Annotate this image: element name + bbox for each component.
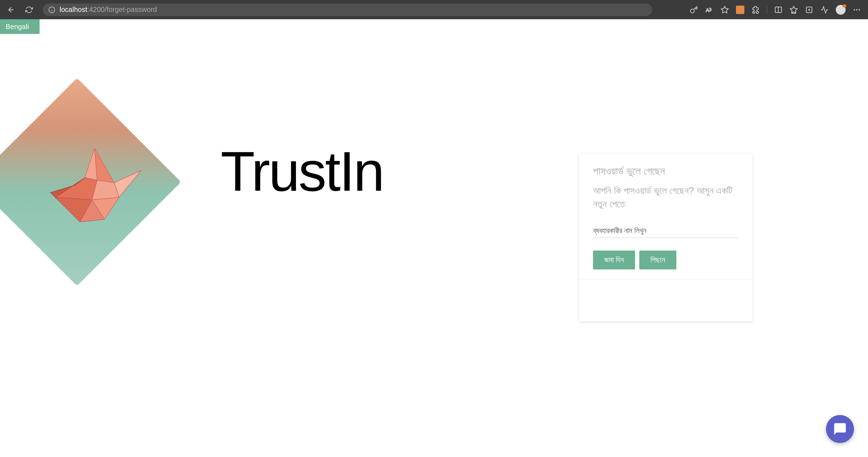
logo-area: TrustIn bbox=[0, 79, 383, 285]
svg-marker-8 bbox=[790, 6, 797, 13]
favorite-icon[interactable] bbox=[721, 6, 729, 14]
address-bar[interactable]: localhost:4200/forget-password bbox=[43, 3, 652, 16]
chat-widget-button[interactable] bbox=[826, 415, 854, 443]
svg-marker-5 bbox=[721, 6, 728, 13]
url-host: localhost bbox=[60, 6, 87, 13]
svg-marker-20 bbox=[114, 170, 141, 197]
url-path: :4200/forget-password bbox=[87, 6, 157, 13]
separator bbox=[767, 6, 767, 14]
language-selector[interactable]: Bengali bbox=[0, 19, 40, 34]
card-subtitle: আপনি কি পাসওয়ার্ড ভুলে গেছেন? আসুন একটি… bbox=[593, 184, 738, 211]
username-input[interactable] bbox=[593, 224, 738, 238]
favorites-list-icon[interactable] bbox=[790, 6, 798, 14]
button-row: জমা দিন পিছনে bbox=[593, 251, 738, 269]
page-content: Bengali TrustIn পাসওয়ার্ড ভুলে গেছ bbox=[0, 19, 868, 457]
forgot-password-card: পাসওয়ার্ড ভুলে গেছেন আপনি কি পাসওয়ার্ড… bbox=[579, 154, 752, 321]
svg-marker-16 bbox=[95, 148, 114, 183]
svg-marker-17 bbox=[85, 148, 97, 180]
svg-text:)): )) bbox=[709, 8, 711, 11]
brand-name: TrustIn bbox=[221, 139, 383, 204]
site-info-icon[interactable] bbox=[48, 6, 55, 13]
browser-toolbar: localhost:4200/forget-password A)) bbox=[0, 0, 868, 19]
browser-actions: A)) bbox=[690, 5, 864, 15]
back-button[interactable]: পিছনে bbox=[639, 251, 676, 269]
svg-text:A: A bbox=[706, 7, 709, 13]
card-content: পাসওয়ার্ড ভুলে গেছেন আপনি কি পাসওয়ার্ড… bbox=[579, 154, 752, 279]
card-title: পাসওয়ার্ড ভুলে গেছেন bbox=[593, 165, 738, 177]
back-button[interactable] bbox=[4, 3, 18, 17]
profile-avatar[interactable] bbox=[836, 5, 846, 15]
metamask-icon[interactable] bbox=[736, 6, 744, 14]
collections-icon[interactable] bbox=[805, 6, 813, 14]
url-text: localhost:4200/forget-password bbox=[60, 6, 157, 14]
extensions-icon[interactable] bbox=[751, 6, 760, 14]
card-footer bbox=[579, 279, 752, 321]
svg-point-15 bbox=[859, 9, 860, 10]
svg-point-13 bbox=[854, 9, 855, 10]
logo-graphic bbox=[0, 79, 207, 285]
performance-icon[interactable] bbox=[820, 6, 829, 14]
more-icon[interactable] bbox=[853, 6, 861, 14]
split-screen-icon[interactable] bbox=[774, 6, 783, 14]
svg-marker-18 bbox=[55, 178, 97, 200]
key-icon[interactable] bbox=[690, 6, 698, 14]
refresh-button[interactable] bbox=[22, 3, 36, 16]
read-aloud-icon[interactable]: A)) bbox=[705, 6, 714, 14]
submit-button[interactable]: জমা দিন bbox=[593, 251, 635, 269]
crane-icon bbox=[46, 143, 144, 241]
svg-point-14 bbox=[856, 9, 857, 10]
